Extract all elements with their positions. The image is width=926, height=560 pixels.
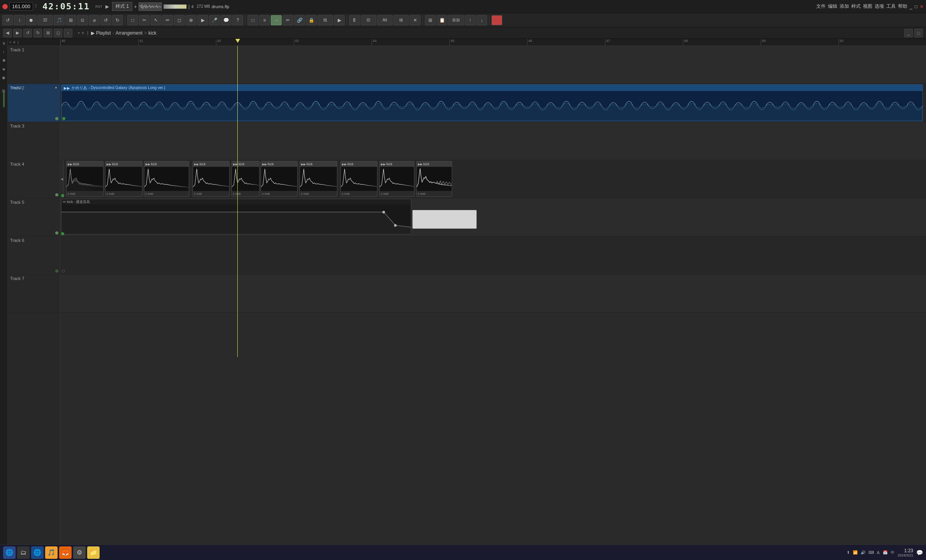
kick-clip-5[interactable]: ▶▶ kick xyxy=(232,161,260,197)
taskbar-notification[interactable]: 💬 xyxy=(916,550,923,556)
window-close-button[interactable]: ✕ xyxy=(920,4,924,9)
taskbar-arrow-up[interactable]: ⬆ xyxy=(847,550,850,555)
tb-btn-1[interactable]: ↺ xyxy=(2,15,13,25)
tb-btn-x[interactable]: ✕ xyxy=(410,15,421,25)
tb-btn-2[interactable]: ↕ xyxy=(14,15,25,25)
close-button[interactable] xyxy=(2,4,8,9)
kick-clip-10[interactable]: ▶▶ kick xyxy=(416,161,452,197)
kick-clip-9[interactable]: ▶▶ kick xyxy=(379,161,414,197)
tb-btn-arrow[interactable]: ▶ xyxy=(334,15,345,25)
color-swatch[interactable] xyxy=(491,15,502,25)
tb-btn-lock[interactable]: 🔒 xyxy=(306,15,317,25)
taskbar-volume[interactable]: 🔊 xyxy=(861,550,865,555)
tb-btn-beats[interactable]: 🎵 xyxy=(54,15,65,25)
tb-btn-record[interactable]: ⏺ xyxy=(26,15,37,25)
tb-btn-new[interactable]: ⊞ xyxy=(425,15,436,25)
tb2-left-2[interactable]: ▶ xyxy=(13,29,22,37)
tb-btn-zoom[interactable]: ⊕ xyxy=(186,15,196,25)
style-selector[interactable]: 样式 1 xyxy=(112,2,132,11)
track-header-4[interactable]: Track 4 xyxy=(8,160,60,198)
kick-clip-4[interactable]: ▶▶ kick xyxy=(193,161,230,197)
header-add-track[interactable]: + xyxy=(9,40,11,44)
tb-btn-snap[interactable]: □ xyxy=(247,15,258,25)
tb2-add-icon[interactable]: + xyxy=(78,31,80,35)
menu-item-view[interactable]: 视图 xyxy=(863,3,872,10)
tb-btn-add[interactable]: 添加 xyxy=(448,15,464,25)
track2-audio-clip[interactable]: ▶▶ かめりあ - Dyscontrolled Galaxy (Apoptosi… xyxy=(61,84,923,121)
tb-btn-7[interactable]: ↺ xyxy=(100,15,111,25)
kick-clip-6[interactable]: ▶▶ kick xyxy=(261,161,298,197)
tb2-left-5[interactable]: ⊞ xyxy=(44,29,52,37)
tb-btn-cut[interactable]: ✂ xyxy=(139,15,150,25)
left-icon-2[interactable]: ↕ xyxy=(1,49,7,54)
taskbar-calendar[interactable]: 📅 xyxy=(883,550,887,555)
taskbar-clock-area[interactable]: 1:23 2024/3/21 xyxy=(898,548,913,557)
track-header-3[interactable]: Track 3 xyxy=(8,122,60,160)
kick-clip-7[interactable]: ▶▶ kick xyxy=(300,161,337,197)
tb-btn-erase[interactable]: ◻ xyxy=(174,15,185,25)
tb-btn-active[interactable]: → xyxy=(271,15,282,25)
menu-item-options[interactable]: 选项 xyxy=(875,3,884,10)
tb2-left-4[interactable]: ↻ xyxy=(33,29,42,37)
tb2-close-icon[interactable]: ✕ xyxy=(81,31,84,35)
tb-btn-comment[interactable]: 💬 xyxy=(221,15,232,25)
tb-btn-6[interactable]: ⌀ xyxy=(89,15,100,25)
taskbar-edge[interactable]: 🌐 xyxy=(31,546,44,559)
taskbar-ime[interactable]: 中 xyxy=(891,550,894,555)
taskbar-globe[interactable]: 🌐 xyxy=(3,546,16,559)
tb2-left-1[interactable]: ◀ xyxy=(3,29,12,37)
header-close-track[interactable]: ✕ xyxy=(13,40,16,44)
track-header-2[interactable]: Track 2 ▲ Track 2 xyxy=(8,84,60,122)
menu-item-edit[interactable]: 编辑 xyxy=(828,3,837,10)
tb-btn-alt[interactable]: Alt xyxy=(377,15,393,25)
tb-btn-link[interactable]: 🔗 xyxy=(294,15,305,25)
left-icon-5[interactable]: ◉ xyxy=(1,75,7,80)
maximize-button[interactable]: □ xyxy=(915,4,917,9)
tb2-left-7[interactable]: ↑ xyxy=(64,29,72,37)
tb-btn-mixer[interactable]: 🎚 xyxy=(349,15,360,25)
tb-btn-help[interactable]: ? xyxy=(232,15,243,25)
menu-item-add[interactable]: 添加 xyxy=(840,3,849,10)
tb-btn-up[interactable]: ↑ xyxy=(465,15,475,25)
tb2-right-2[interactable]: □ xyxy=(914,29,923,37)
menu-item-tools[interactable]: 工具 xyxy=(886,3,896,10)
tb-btn-down[interactable]: ↓ xyxy=(476,15,487,25)
ruler[interactable]: 40 41 42 43 44 45 46 47 48 49 50 xyxy=(60,39,926,46)
breadcrumb-arrangement[interactable]: Arrangement xyxy=(116,30,142,36)
track-header-5[interactable]: Track 5 xyxy=(8,198,60,236)
breadcrumb-item[interactable]: kick xyxy=(148,30,156,36)
tb-btn-line[interactable]: 线 xyxy=(317,15,333,25)
tb-btn-grid[interactable]: ≡ xyxy=(259,15,270,25)
track-header-1[interactable]: Track 1 xyxy=(8,46,60,84)
menu-item-style[interactable]: 样式 xyxy=(851,3,861,10)
left-icon-4[interactable]: ◈ xyxy=(1,66,7,72)
tb-btn-5[interactable]: ⊙ xyxy=(77,15,88,25)
taskbar-lang[interactable]: A xyxy=(877,550,880,555)
track5-automation-clip[interactable]: ✏ kick - 通道音高 xyxy=(61,199,411,234)
kick-clip-1[interactable]: ▶▶ kick xyxy=(66,161,103,197)
tb-btn-control[interactable]: 控 xyxy=(361,15,376,25)
minimize-button[interactable]: _ xyxy=(910,4,912,9)
tb-btn-copy[interactable]: □ xyxy=(127,15,138,25)
kick-clip-8[interactable]: ▶▶ kick xyxy=(340,161,377,197)
kick-clip-2[interactable]: ▶▶ kick xyxy=(105,161,142,197)
track2-arrow-up[interactable]: ▲ xyxy=(54,86,58,89)
tb-btn-playback[interactable]: ▶ xyxy=(197,15,208,25)
breadcrumb-playlist[interactable]: Playlist xyxy=(96,30,111,36)
track-header-7[interactable]: Track 7 xyxy=(8,275,60,313)
kick-clip-3[interactable]: ▶▶ kick xyxy=(144,161,189,197)
add-style-icon[interactable]: + xyxy=(134,4,137,10)
taskbar-explorer[interactable]: 📁 xyxy=(87,546,100,559)
tb-btn-32[interactable]: 32 xyxy=(37,15,53,25)
track-header-6[interactable]: Track 6 xyxy=(8,236,60,275)
left-icon-3[interactable]: ✱ xyxy=(1,58,7,63)
tb-btn-8[interactable]: ↻ xyxy=(112,15,123,25)
menu-item-help[interactable]: 帮助 xyxy=(898,3,907,10)
tb-btn-move[interactable]: 移 xyxy=(393,15,409,25)
tb-btn-pointer[interactable]: ↖ xyxy=(151,15,161,25)
bpm-display[interactable]: 161.000 xyxy=(9,2,33,10)
tb2-left-3[interactable]: ↺ xyxy=(23,29,32,37)
left-icon-1[interactable]: 🖱 xyxy=(1,40,7,46)
tb-btn-clipboard[interactable]: 📋 xyxy=(437,15,447,25)
taskbar-network[interactable]: 📶 xyxy=(853,550,858,555)
